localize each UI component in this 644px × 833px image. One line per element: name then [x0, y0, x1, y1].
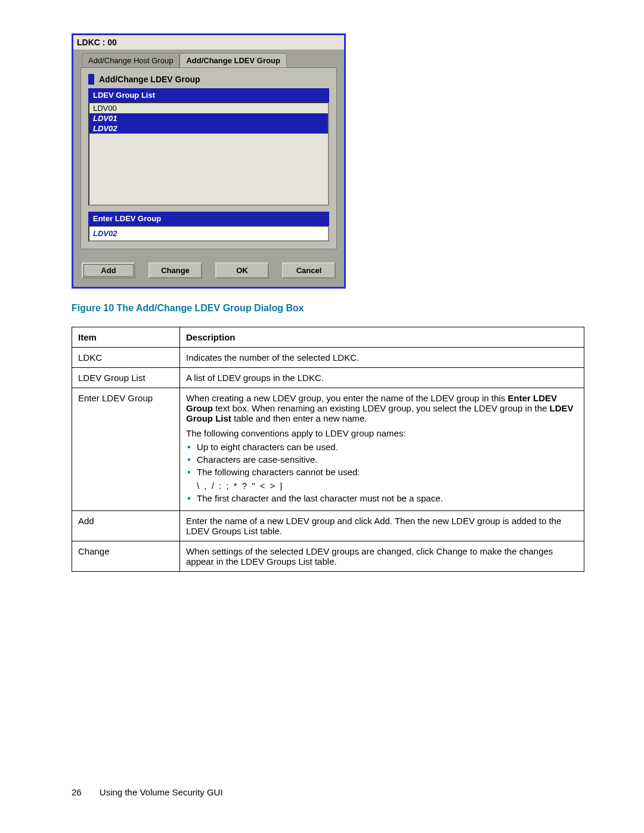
enter-ldev-group-input[interactable]: LDV02 [88, 225, 329, 241]
section-title: Using the Volume Security GUI [100, 787, 223, 797]
change-button[interactable]: Change [148, 262, 202, 278]
tab-body: Add/Change LDEV Group LDEV Group List LD… [80, 67, 337, 249]
ldev-dialog: LDKC : 00 Add/Change Host Group Add/Chan… [72, 33, 346, 289]
panel-title: Add/Change LDEV Group [88, 74, 329, 85]
table-row: Add Enter the name of a new LDEV group a… [72, 511, 584, 541]
add-button[interactable]: Add [82, 262, 135, 278]
table-row: LDKC Indicates the number of the selecte… [72, 348, 584, 368]
enter-ldev-group-header: Enter LDEV Group [88, 212, 329, 225]
description-table: Item Description LDKC Indicates the numb… [72, 327, 584, 572]
panel-title-label: Add/Change LDEV Group [99, 75, 200, 84]
table-row: LDEV Group List A list of LDEV groups in… [72, 368, 584, 388]
table-row: Change When settings of the selected LDE… [72, 541, 584, 572]
list-item[interactable]: LDV01 [89, 113, 328, 123]
table-head-desc: Description [180, 327, 584, 348]
tab-strip: Add/Change Host Group Add/Change LDEV Gr… [73, 49, 344, 67]
figure-caption: Figure 10 The Add/Change LDEV Group Dial… [72, 303, 584, 314]
tab-ldev-group[interactable]: Add/Change LDEV Group [179, 53, 286, 67]
title-bar-icon [88, 74, 94, 85]
page-footer: 26 Using the Volume Security GUI [72, 787, 223, 797]
button-row: Add Change OK Cancel [73, 256, 344, 287]
table-row: Enter LDEV Group When creating a new LDE… [72, 388, 584, 511]
page-number: 26 [72, 787, 82, 797]
table-head-item: Item [72, 327, 180, 348]
cancel-button[interactable]: Cancel [282, 262, 336, 278]
ok-button[interactable]: OK [215, 262, 269, 278]
list-item[interactable]: LDV00 [89, 103, 328, 113]
ldev-group-list[interactable]: LDV00 LDV01 LDV02 [88, 102, 329, 206]
page: LDKC : 00 Add/Change Host Group Add/Chan… [0, 0, 644, 833]
list-item[interactable]: LDV02 [89, 123, 328, 134]
tab-host-group[interactable]: Add/Change Host Group [82, 53, 179, 67]
ldev-group-list-header: LDEV Group List [88, 88, 329, 102]
dialog-header: LDKC : 00 [73, 35, 344, 49]
